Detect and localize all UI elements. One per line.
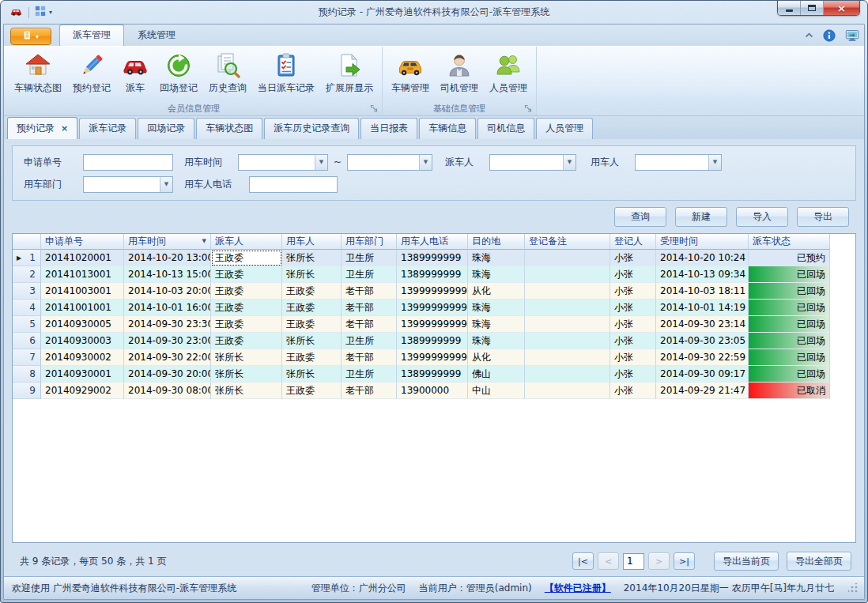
table-cell[interactable]: 老干部 <box>342 383 397 399</box>
ribbon-tab-system-management[interactable]: 系统管理 <box>124 24 189 46</box>
query-button[interactable]: 查询 <box>614 207 666 227</box>
pager-prev-button[interactable]: < <box>598 552 619 570</box>
table-cell[interactable]: 2014-10-13 15:00 <box>124 266 211 283</box>
table-row[interactable]: 4201410010012014-10-01 16:00王政委王政委老干部139… <box>13 300 855 316</box>
table-cell[interactable]: 2014-09-30 20:00 <box>124 366 211 383</box>
table-cell[interactable]: 2014-09-29 21:47 <box>656 383 749 399</box>
ribbon-button-history-search[interactable]: 历史查询 <box>203 50 252 101</box>
ribbon-button-vehicle-status[interactable]: 车辆状态图 <box>9 50 67 101</box>
row-number-cell[interactable]: 2 <box>13 266 41 283</box>
column-header[interactable]: 用车时间▼ <box>124 234 211 250</box>
table-cell[interactable]: 1389999999 <box>397 250 468 266</box>
table-cell[interactable]: 王政委 <box>211 250 282 266</box>
ribbon-button-driver-management[interactable]: 司机管理 <box>435 50 484 101</box>
row-number-cell[interactable]: 4 <box>13 300 41 316</box>
doc-tab-5[interactable]: 当日报表 <box>360 118 417 139</box>
pager-next-button[interactable]: > <box>648 552 670 570</box>
table-cell[interactable]: 2014-09-30 23:30 <box>124 316 211 333</box>
column-header[interactable]: 受理时间 <box>656 234 749 250</box>
table-cell[interactable]: 13999999999 <box>397 349 468 366</box>
table-cell[interactable]: 王政委 <box>282 283 342 300</box>
table-cell[interactable]: 小张 <box>610 266 656 283</box>
doc-tab-8[interactable]: 人员管理 <box>536 118 593 139</box>
help-icon[interactable] <box>823 29 836 42</box>
collapse-ribbon-icon[interactable] <box>805 32 813 38</box>
department-combo[interactable]: ▼ <box>83 176 173 193</box>
table-cell[interactable]: 20141020001 <box>41 250 124 266</box>
table-cell[interactable]: 2014-09-30 23:05 <box>656 333 749 349</box>
column-header[interactable]: 目的地 <box>468 234 525 250</box>
table-cell[interactable]: 1389999999 <box>397 333 468 349</box>
table-cell[interactable]: 卫生所 <box>342 333 397 349</box>
combo-dropdown-icon[interactable]: ▼ <box>160 177 172 192</box>
table-cell[interactable]: 20140930001 <box>41 366 124 383</box>
table-cell[interactable]: 张所长 <box>211 383 282 399</box>
column-header[interactable] <box>13 234 41 250</box>
row-number-cell[interactable]: 6 <box>13 333 41 349</box>
table-cell[interactable]: 卫生所 <box>342 366 397 383</box>
pager-page-input[interactable] <box>623 553 644 570</box>
table-cell[interactable]: 王政委 <box>211 333 282 349</box>
export-all-pages-button[interactable]: 导出全部页 <box>787 552 851 571</box>
import-button[interactable]: 导入 <box>736 207 788 227</box>
table-cell[interactable]: 20140930005 <box>41 316 124 333</box>
ribbon-button-dispatch-car[interactable]: 派车 <box>116 50 154 101</box>
row-number-cell[interactable]: 5 <box>13 316 41 333</box>
table-cell[interactable]: 佛山 <box>468 366 525 383</box>
row-number-cell[interactable]: 9 <box>13 383 41 399</box>
table-row[interactable]: 8201409300012014-09-30 20:00张所长张所长卫生所138… <box>13 366 855 383</box>
table-cell[interactable]: 20141001001 <box>41 300 124 316</box>
close-button[interactable]: × <box>824 1 859 15</box>
table-cell[interactable]: 2014-09-30 09:17 <box>656 366 749 383</box>
table-cell[interactable]: 20140930002 <box>41 349 124 366</box>
doc-tab-2[interactable]: 回场记录 <box>138 118 194 139</box>
table-cell[interactable]: 老干部 <box>342 300 397 316</box>
status-cell[interactable]: 已预约 <box>749 250 830 266</box>
table-cell[interactable]: 13900000 <box>397 383 468 399</box>
combo-dropdown-icon[interactable]: ▼ <box>708 155 721 170</box>
table-cell[interactable] <box>525 349 610 366</box>
ribbon-button-return-register[interactable]: 回场登记 <box>154 50 203 101</box>
status-cell[interactable]: 已回场 <box>749 316 830 333</box>
table-cell[interactable]: 老干部 <box>342 316 397 333</box>
table-row[interactable]: ▶1201410200012014-10-20 13:00王政委张所长卫生所13… <box>13 250 855 266</box>
row-number-cell[interactable]: 7 <box>13 349 41 366</box>
table-cell[interactable]: 13999999999 <box>397 300 468 316</box>
doc-tab-0[interactable]: 预约记录× <box>7 117 77 139</box>
table-cell[interactable]: 王政委 <box>211 266 282 283</box>
user-phone-input[interactable] <box>249 176 338 193</box>
table-cell[interactable]: 从化 <box>468 349 525 366</box>
quick-access-grid-icon[interactable] <box>35 6 46 19</box>
table-cell[interactable]: 珠海 <box>468 316 525 333</box>
table-cell[interactable]: 2014-10-01 16:00 <box>124 300 211 316</box>
table-cell[interactable]: 小张 <box>610 300 656 316</box>
table-cell[interactable]: 张所长 <box>211 349 282 366</box>
status-cell[interactable]: 已回场 <box>749 283 830 300</box>
table-cell[interactable]: 2014-10-20 13:00 <box>124 250 211 266</box>
table-cell[interactable]: 13999999999 <box>397 283 468 300</box>
table-cell[interactable]: 20140930003 <box>41 333 124 349</box>
application-no-input[interactable] <box>83 154 173 171</box>
ribbon-button-reservation-register[interactable]: 预约登记 <box>67 50 116 101</box>
table-cell[interactable]: 珠海 <box>468 250 525 266</box>
table-cell[interactable]: 卫生所 <box>342 266 397 283</box>
doc-tab-7[interactable]: 司机信息 <box>477 118 534 139</box>
ribbon-button-extended-screen[interactable]: 扩展屏显示 <box>320 50 379 101</box>
combo-dropdown-icon[interactable]: ▼ <box>315 155 327 170</box>
row-number-cell[interactable]: 3 <box>13 283 41 300</box>
table-cell[interactable]: 20141013001 <box>41 266 124 283</box>
table-cell[interactable]: 1389999999 <box>397 266 468 283</box>
column-filter-icon[interactable]: ▼ <box>202 235 206 248</box>
table-cell[interactable]: 张所长 <box>282 333 342 349</box>
row-number-cell[interactable]: ▶1 <box>13 250 41 266</box>
table-cell[interactable]: 王政委 <box>282 316 342 333</box>
column-header[interactable]: 登记人 <box>610 234 656 250</box>
table-cell[interactable]: 2014-09-30 23:00 <box>124 333 211 349</box>
table-cell[interactable]: 珠海 <box>468 333 525 349</box>
table-row[interactable]: 3201410030012014-10-03 20:00王政委王政委老干部139… <box>13 283 855 300</box>
app-menu-button[interactable]: ▾ <box>10 28 51 45</box>
table-cell[interactable]: 王政委 <box>211 283 282 300</box>
doc-tab-3[interactable]: 车辆状态图 <box>196 118 262 139</box>
table-cell[interactable]: 王政委 <box>211 316 282 333</box>
column-header[interactable]: 用车人电话 <box>397 234 468 250</box>
